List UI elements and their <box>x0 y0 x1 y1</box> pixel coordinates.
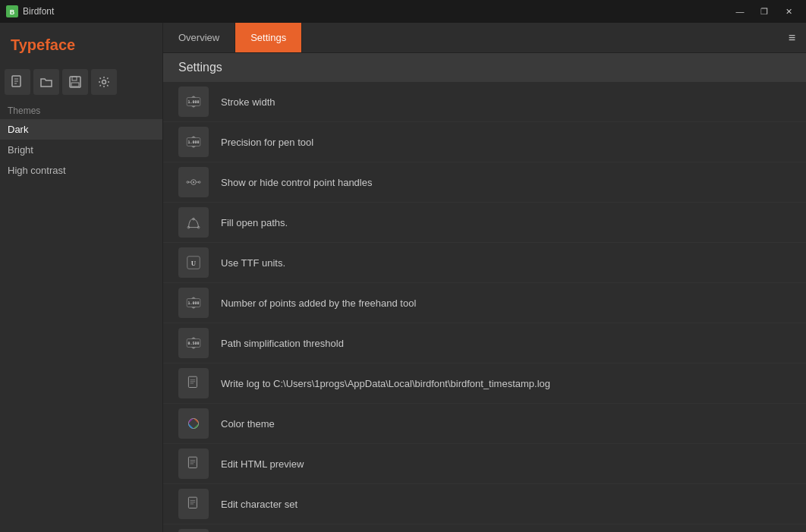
settings-row-charset[interactable]: Edit character set <box>163 484 806 524</box>
svg-text:0.500: 0.500 <box>188 341 200 345</box>
themes-label: Themes <box>0 101 162 119</box>
svg-text:1.000: 1.000 <box>188 140 200 144</box>
handles-label: Show or hide control point handles <box>221 177 372 188</box>
settings-header: Settings <box>163 53 806 82</box>
charset-label: Edit character set <box>221 499 298 510</box>
fill-paths-icon <box>178 207 209 238</box>
content-area: Overview Settings ≡ Settings 1.000 Strok… <box>163 23 806 532</box>
settings-row-backups[interactable]: 50 Number of backups per font <box>163 524 806 532</box>
theme-high-contrast[interactable]: High contrast <box>0 160 162 181</box>
titlebar-controls: — ❐ ✕ <box>729 4 800 19</box>
settings-row-simplification[interactable]: 0.500 Path simplification threshold <box>163 323 806 364</box>
simplification-label: Path simplification threshold <box>221 338 344 349</box>
html-preview-icon <box>178 449 209 479</box>
close-button[interactable]: ✕ <box>777 4 800 19</box>
freehand-icon: 1.000 <box>178 288 209 318</box>
ttf-label: Use TTF units. <box>221 257 285 269</box>
precision-icon: 1.000 <box>178 127 209 157</box>
simplification-icon: 0.500 <box>178 328 209 358</box>
theme-bright[interactable]: Bright <box>0 140 162 160</box>
color-theme-icon <box>178 408 209 439</box>
html-preview-label: Edit HTML preview <box>221 458 304 470</box>
svg-text:U: U <box>191 260 197 267</box>
backups-icon: 50 <box>178 529 209 532</box>
sidebar: Typeface <box>0 23 163 532</box>
settings-row-handles[interactable]: Show or hide control point handles <box>163 162 806 203</box>
fill-paths-label: Fill open paths. <box>221 217 288 228</box>
svg-rect-29 <box>188 376 197 387</box>
new-button[interactable] <box>5 69 30 95</box>
log-icon <box>178 368 209 398</box>
save-button[interactable] <box>62 69 88 95</box>
main-layout: Typeface <box>0 23 806 532</box>
svg-text:B: B <box>10 8 15 16</box>
settings-button[interactable] <box>91 69 117 95</box>
open-button[interactable] <box>33 69 59 95</box>
app-icon: B <box>6 5 18 17</box>
sidebar-title: Typeface <box>8 32 155 58</box>
precision-label: Precision for pen tool <box>221 137 313 148</box>
settings-row-ttf[interactable]: U Use TTF units. <box>163 243 806 283</box>
tab-overview[interactable]: Overview <box>163 23 235 52</box>
theme-dark[interactable]: Dark <box>0 119 162 140</box>
tabbar: Overview Settings ≡ <box>163 23 806 53</box>
settings-row-fill-paths[interactable]: Fill open paths. <box>163 203 806 243</box>
sidebar-toolbar <box>0 65 162 101</box>
ttf-icon: U <box>178 247 209 278</box>
handles-icon <box>178 167 209 197</box>
svg-rect-34 <box>188 457 197 467</box>
svg-rect-38 <box>188 497 197 508</box>
stroke-width-icon: 1.000 <box>178 87 209 117</box>
settings-row-log[interactable]: Write log to C:\Users\1progs\AppData\Loc… <box>163 364 806 404</box>
sidebar-header: Typeface <box>0 23 162 65</box>
charset-icon <box>178 489 209 519</box>
minimize-button[interactable]: — <box>729 4 751 19</box>
settings-row-html-preview[interactable]: Edit HTML preview <box>163 444 806 484</box>
stroke-width-label: Stroke width <box>221 96 275 108</box>
settings-list: 1.000 Stroke width 1.000 <box>163 82 806 532</box>
freehand-label: Number of points added by the freehand t… <box>221 297 416 309</box>
svg-point-15 <box>193 181 194 183</box>
titlebar-left: B Birdfont <box>6 5 54 17</box>
tab-settings[interactable]: Settings <box>235 23 302 52</box>
svg-point-9 <box>102 80 106 84</box>
restore-button[interactable]: ❐ <box>753 4 776 19</box>
menu-button[interactable]: ≡ <box>778 23 806 52</box>
svg-rect-8 <box>71 83 79 87</box>
settings-row-stroke-width[interactable]: 1.000 Stroke width <box>163 82 806 122</box>
log-label: Write log to C:\Users\1progs\AppData\Loc… <box>221 378 550 389</box>
titlebar: B Birdfont — ❐ ✕ <box>0 0 806 23</box>
settings-row-precision[interactable]: 1.000 Precision for pen tool <box>163 122 806 162</box>
svg-text:1.000: 1.000 <box>188 301 200 305</box>
svg-text:1.000: 1.000 <box>188 99 200 104</box>
settings-row-color-theme[interactable]: Color theme <box>163 404 806 444</box>
color-theme-label: Color theme <box>221 418 275 430</box>
app-title: Birdfont <box>23 6 54 17</box>
settings-row-freehand[interactable]: 1.000 Number of points added by the free… <box>163 283 806 323</box>
